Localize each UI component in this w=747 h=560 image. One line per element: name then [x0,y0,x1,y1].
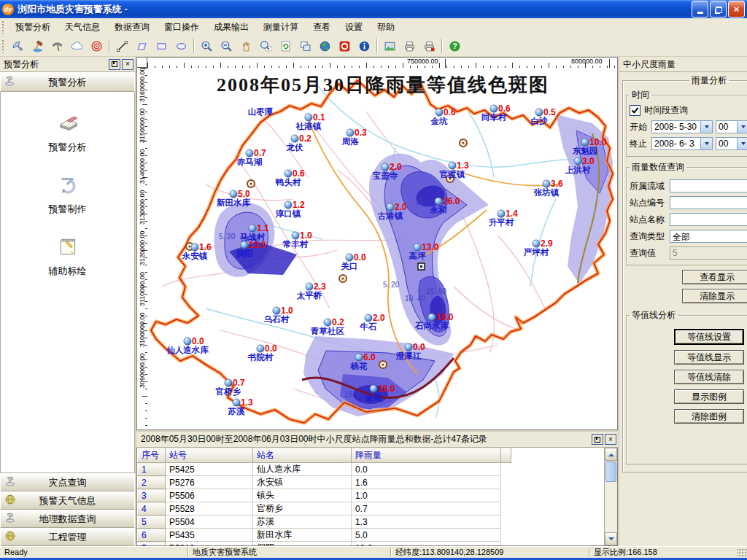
refresh-icon[interactable] [276,36,295,55]
menu-item-2[interactable]: 天气信息 [58,18,107,36]
scroll-down-button[interactable] [605,532,617,545]
help-icon[interactable]: ? [445,36,465,55]
sidebar-item-1[interactable]: 预警分析 [1,111,134,154]
sidebar-item-3[interactable]: 辅助标绘 [1,235,134,278]
station-no-input[interactable] [670,196,747,209]
station-name: 高坪 [409,252,427,260]
restore-button[interactable] [710,1,727,18]
table-row[interactable]: 7P5310洞阳13.0 [138,542,511,546]
dropdown-arrow-icon[interactable] [700,121,712,133]
horizontal-ruler: 750000.00800000.00 [147,58,617,69]
zoom-in-icon[interactable] [197,36,217,55]
basin-combo[interactable] [670,179,747,192]
ellipse-icon[interactable] [171,36,191,55]
table-row[interactable]: 6P5435新田水库5.0 [138,529,511,542]
left-panel-close-button[interactable]: × [122,59,133,70]
menu-item-1[interactable]: 预警分析 [8,18,58,36]
clear-display-button[interactable]: 清除显示 [682,289,747,303]
start-hour-combo[interactable]: 00 [716,120,747,133]
menu-item-8[interactable]: 设置 [338,18,370,36]
app-icon[interactable]: dy [2,4,14,15]
print-setup-icon[interactable] [419,36,439,55]
table-header[interactable]: 站名 [253,448,352,463]
resize-grip[interactable] [737,548,747,557]
table-header[interactable]: 站号 [166,448,253,463]
menu-item-7[interactable]: 查看 [306,18,338,36]
table-row[interactable]: 5P5504苏溪1.3 [138,516,511,529]
left-panel-pin-button[interactable] [109,59,120,70]
sidebar-bar-3[interactable]: 地理数据查询 [0,510,135,528]
satellite-icon[interactable] [8,36,28,55]
time-range-checkbox[interactable] [630,105,640,116]
map-canvas[interactable]: 5. 2010.40155. 2015. 6010. 4015. 60.1社港镇… [147,68,617,429]
result-window-pin-button[interactable] [592,434,603,445]
dropdown-arrow-icon[interactable] [700,138,712,149]
contour-button-4[interactable]: 显示图例 [674,389,744,404]
left-panel-group-header[interactable]: 预警分析 [0,72,135,92]
start-date-combo[interactable]: 2008- 5-30 [651,120,713,133]
hammer-icon[interactable] [28,36,47,55]
print-icon[interactable] [400,36,419,55]
result-window-title: 2008年05月30日00时至2008年06月03日00时中小尺度站点降雨量总和… [141,433,590,446]
query-type-combo[interactable]: 全部 [670,230,747,243]
polygon-icon[interactable] [132,36,152,55]
copy-icon[interactable] [295,36,315,55]
table-row[interactable]: 2P5276永安镇1.6 [138,476,511,489]
query-value-input[interactable] [670,246,747,260]
menu-item-3[interactable]: 数据查询 [107,18,157,36]
table-cell: P5506 [166,489,253,502]
contour-button-2[interactable]: 等值线显示 [674,350,744,365]
scroll-thumb[interactable] [605,462,616,482]
station-marker: 0.6鸭头村 [276,168,305,187]
table-cell: P5504 [166,516,253,529]
scroll-up-button[interactable] [605,448,617,461]
zoom-window-icon[interactable] [256,36,276,55]
table-header[interactable]: 序号 [138,448,166,463]
contour-button-1[interactable]: 等值线设置 [674,329,744,345]
contour-button-5[interactable]: 清除图例 [674,409,744,424]
globe-icon[interactable] [315,36,335,55]
station-value: 0.3 [355,128,367,138]
menu-item-6[interactable]: 测量计算 [256,18,306,36]
table-row[interactable]: 3P5506镇头1.0 [138,489,511,502]
show-display-button[interactable]: 查看显示 [682,270,747,284]
dropdown-arrow-icon[interactable] [737,121,747,133]
stop-icon[interactable] [335,36,355,55]
result-window-close-button[interactable]: × [605,434,616,445]
menu-item-9[interactable]: 帮助 [370,18,402,36]
close-button[interactable]: × [728,1,745,18]
station-name-input[interactable] [670,213,747,226]
target-icon[interactable] [87,36,107,55]
sidebar-bar-2[interactable]: 预警天气信息 [0,491,135,510]
menu-item-4[interactable]: 窗口操作 [157,18,206,36]
table-cell: P5528 [166,502,253,516]
app-window: dy 浏阳市地质灾害预警系统 - × 预警分析天气信息数据查询窗口操作成果输出测… [0,0,747,560]
station-name: 金坑 [430,117,449,125]
end-date-combo[interactable]: 2008- 6- 3 [651,137,713,150]
sidebar-bar-1[interactable]: 灾点查询 [0,473,135,491]
table-header[interactable]: 降雨量 [352,448,501,463]
info-icon[interactable] [355,36,374,55]
toolbar-grip[interactable] [1,39,5,52]
sidebar-bar-4[interactable]: 工程管理 [0,528,135,546]
table-scrollbar[interactable] [604,448,617,545]
menu-grip[interactable] [1,20,5,34]
sidebar-item-2[interactable]: 预警制作 [1,173,134,216]
dropdown-arrow-icon[interactable] [737,138,747,149]
rectangle-icon[interactable] [152,36,171,55]
end-hour-combo[interactable]: 00 [716,137,747,150]
line-icon[interactable] [112,36,132,55]
menu-item-5[interactable]: 成果输出 [206,18,256,36]
pick-icon[interactable] [47,36,67,55]
contour-button-3[interactable]: 等值线清除 [674,370,744,384]
cloud-icon[interactable] [67,36,87,55]
minimize-button[interactable] [692,1,708,18]
table-row[interactable]: 1P5425仙人造水库0.0 [138,463,511,476]
station-name: 青草社区 [310,326,345,335]
pan-icon[interactable] [236,36,256,55]
zoom-out-icon[interactable] [217,36,236,55]
table-row[interactable]: 4P5528官桥乡0.7 [138,502,511,516]
left-panel-group-title: 预警分析 [18,76,117,89]
image-icon[interactable] [380,36,400,55]
scroll-track[interactable] [605,483,617,532]
